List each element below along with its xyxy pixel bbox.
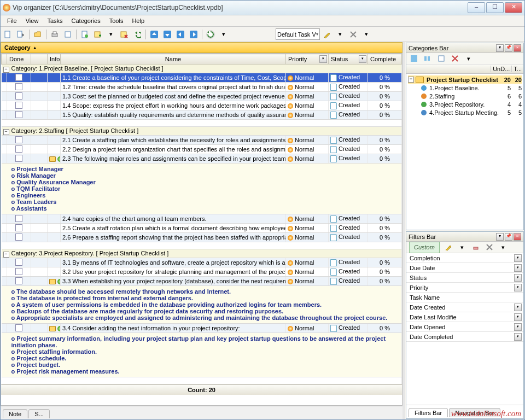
filter-dropdown-icon[interactable]: ▾ <box>319 55 327 63</box>
undo-icon[interactable] <box>131 28 143 40</box>
filter-field[interactable]: Task Name <box>406 293 523 302</box>
tab-note[interactable]: Note <box>3 409 27 418</box>
refresh-icon[interactable] <box>205 28 217 40</box>
done-checkbox[interactable] <box>15 155 22 162</box>
maximize-button[interactable]: ☐ <box>486 2 504 13</box>
category-item[interactable]: 4.Project Startup Meeting.55 <box>408 108 522 116</box>
export-icon[interactable] <box>62 28 74 40</box>
task-row[interactable]: 1.3 Cost: set the planned or budgeted co… <box>2 92 402 101</box>
done-checkbox[interactable] <box>15 215 22 222</box>
panel-pin-icon[interactable]: 📌 <box>505 233 512 241</box>
cat-delete-icon[interactable] <box>449 52 461 65</box>
task-row[interactable]: 2.1 Create a staffing plan which establi… <box>2 136 402 145</box>
task-row[interactable]: 1.5 Quality: establish quality requireme… <box>2 110 402 120</box>
col-expand[interactable] <box>2 54 7 65</box>
filter-field[interactable]: Status▾ <box>406 273 523 283</box>
panel-menu-icon[interactable]: ▾ <box>496 233 504 241</box>
wand-icon[interactable] <box>321 28 333 40</box>
task-row[interactable]: 1.1 Create a baseline of your project co… <box>2 73 402 83</box>
filter-clear-icon[interactable] <box>483 241 495 253</box>
menu-view[interactable]: View <box>21 16 43 26</box>
filter-erase-icon[interactable] <box>470 241 482 253</box>
cat-dropdown-icon[interactable]: ▾ <box>463 52 475 65</box>
dropdown-icon[interactable]: ▾ <box>514 284 522 291</box>
task-row[interactable]: 2.6 Prepare a staffing report showing th… <box>2 233 402 242</box>
filter-field[interactable]: Date Last Modifie▾ <box>406 312 523 322</box>
view-dropdown-icon[interactable]: ▾ <box>360 28 372 40</box>
task-row[interactable]: 1.4 Scope: express the project effort in… <box>2 101 402 110</box>
task-dropdown-icon[interactable]: ▾ <box>105 28 117 40</box>
cat-add-icon[interactable] <box>408 52 420 65</box>
new-dropdown-icon[interactable] <box>15 28 27 40</box>
task-row[interactable]: 3.3 When establishing your project repos… <box>2 277 402 286</box>
cat-indent-icon[interactable] <box>422 52 434 65</box>
col-done[interactable]: Done <box>7 54 31 65</box>
filter-wand-dropdown[interactable]: ▾ <box>456 241 468 253</box>
expand-icon[interactable]: − <box>408 77 414 83</box>
col-complete[interactable]: Complete <box>368 54 402 65</box>
panel-pin-icon[interactable]: 📌 <box>505 44 512 52</box>
task-row[interactable]: 2.2 Design a project team organization c… <box>2 145 402 154</box>
menu-help[interactable]: Help <box>127 16 149 26</box>
dropdown-icon[interactable]: ▾ <box>514 304 522 311</box>
task-row[interactable]: 3.2 Use your project repository for stra… <box>2 267 402 277</box>
filter-dropdown-icon[interactable]: ▾ <box>359 55 366 63</box>
task-row[interactable]: 2.4 hare copies of the chart among all t… <box>2 214 402 224</box>
blue-right-icon[interactable] <box>188 28 200 40</box>
cat-props-icon[interactable] <box>435 52 447 65</box>
category-item[interactable]: 3.Project Repository.44 <box>408 100 522 108</box>
close-button[interactable]: ✕ <box>505 2 522 13</box>
dropdown-icon[interactable]: ▾ <box>514 264 522 272</box>
category-row[interactable]: −Category: 3.Project Repository. [ Proje… <box>2 249 402 258</box>
dropdown-icon[interactable]: ▾ <box>514 333 522 341</box>
print-icon[interactable] <box>49 28 61 40</box>
task-grid[interactable]: Done Info Name Priority▾ Status▾ Complet… <box>1 53 402 406</box>
panel-menu-icon[interactable]: ▾ <box>496 44 504 52</box>
dropdown-icon[interactable]: ▾ <box>514 274 522 282</box>
blue-down-icon[interactable] <box>161 28 173 40</box>
tab-more[interactable]: S... <box>28 409 50 418</box>
menu-file[interactable]: File <box>3 16 21 26</box>
done-checkbox[interactable] <box>15 224 22 231</box>
task-row[interactable]: 1.2 Time: create the schedule baseline t… <box>2 83 402 92</box>
filter-field[interactable]: Priority▾ <box>406 283 523 293</box>
menu-categories[interactable]: Categories <box>67 16 105 26</box>
blue-left-icon[interactable] <box>174 28 186 40</box>
done-checkbox[interactable] <box>15 92 22 100</box>
col-flag[interactable] <box>31 54 48 65</box>
blue-up-icon[interactable] <box>148 28 160 40</box>
minimize-button[interactable]: – <box>468 2 485 13</box>
dropdown-icon[interactable]: ▾ <box>514 323 522 331</box>
wand-dropdown-icon[interactable]: ▾ <box>334 28 346 40</box>
delete-view-icon[interactable] <box>347 28 359 40</box>
filter-dropdown-icon[interactable]: ▾ <box>497 241 509 253</box>
col-info[interactable]: Info <box>48 54 61 65</box>
category-item[interactable]: 1.Project Baseline.55 <box>408 84 522 92</box>
done-checkbox[interactable] <box>15 324 22 331</box>
task-row[interactable]: 3.4 Consider adding the next information… <box>2 324 402 333</box>
col-name[interactable]: Name <box>61 54 286 65</box>
task-row[interactable]: 2.3 The following major roles and assign… <box>2 154 402 164</box>
done-checkbox[interactable] <box>15 234 22 241</box>
category-item[interactable]: −Project Startup Checklist2020 <box>408 75 522 84</box>
done-checkbox[interactable] <box>15 102 22 109</box>
new-icon[interactable] <box>2 28 14 40</box>
filter-field[interactable]: Date Created▾ <box>406 302 523 312</box>
category-row[interactable]: −Category: 1.Project Baseline. [ Project… <box>2 65 402 73</box>
done-checkbox[interactable] <box>15 145 22 153</box>
task-remove-icon[interactable] <box>118 28 130 40</box>
dropdown-icon[interactable]: ▾ <box>514 313 522 321</box>
dropdown-icon[interactable]: ▾ <box>514 254 522 262</box>
done-checkbox[interactable] <box>15 259 22 266</box>
task-row[interactable]: 3.1 By means of IT technologies and soft… <box>2 258 402 267</box>
filter-mode-button[interactable]: Custom <box>409 242 440 253</box>
doc-green-icon[interactable] <box>79 28 91 40</box>
done-checkbox[interactable] <box>15 268 22 275</box>
col-priority[interactable]: Priority▾ <box>286 54 329 65</box>
done-checkbox[interactable] <box>15 83 22 90</box>
task-row[interactable]: 2.5 Create a staff rotation plan which i… <box>2 224 402 233</box>
menu-tasks[interactable]: Tasks <box>43 16 67 26</box>
refresh-dropdown-icon[interactable]: ▾ <box>218 28 230 40</box>
tab-filters-bar[interactable]: Filters Bar <box>409 408 448 417</box>
done-checkbox[interactable] <box>15 277 22 284</box>
